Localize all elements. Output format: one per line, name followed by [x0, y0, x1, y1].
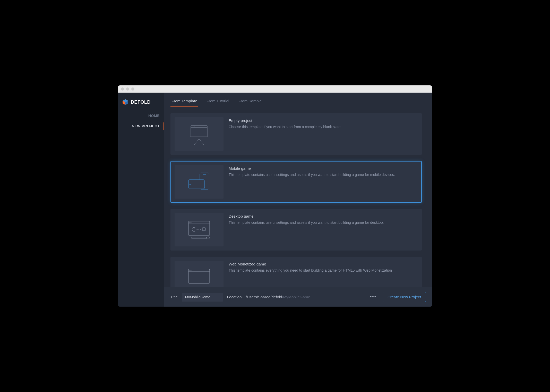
template-desc: This template contains useful settings a… — [229, 220, 384, 225]
project-title-input[interactable] — [182, 293, 223, 301]
tab-from-tutorial[interactable]: From Tutorial — [205, 93, 230, 107]
svg-rect-28 — [188, 269, 210, 283]
tab-label: From Template — [171, 99, 197, 103]
template-text: Empty project Choose this template if yo… — [229, 117, 341, 151]
location-path: /Users/Shared/defold/MyMobileGame — [246, 295, 310, 299]
svg-point-7 — [194, 126, 194, 127]
template-text: Desktop game This template contains usef… — [229, 213, 384, 246]
sidebar-item-label: HOME — [148, 114, 160, 118]
template-text: Web Monetized game This template contain… — [229, 261, 392, 287]
template-title: Empty project — [229, 118, 341, 123]
svg-line-11 — [199, 139, 204, 145]
tab-label: From Tutorial — [207, 99, 229, 103]
easel-icon — [186, 122, 212, 146]
template-thumb — [175, 261, 224, 287]
create-new-project-button[interactable]: Create New Project — [383, 292, 426, 302]
create-button-label: Create New Project — [388, 295, 421, 299]
sidebar-nav: HOME NEW PROJECT — [118, 111, 164, 131]
svg-point-30 — [190, 270, 190, 271]
title-label: Title — [170, 295, 178, 299]
tab-from-sample[interactable]: From Sample — [237, 93, 263, 107]
location-suffix: /MyMobileGame — [282, 295, 310, 299]
template-desc: Choose this template if you want to star… — [229, 124, 341, 130]
template-card-desktop[interactable]: Desktop game This template contains usef… — [170, 209, 422, 251]
location-browse-button[interactable]: ••• — [368, 293, 379, 301]
svg-rect-19 — [188, 221, 210, 236]
svg-point-6 — [193, 126, 193, 127]
tab-from-template[interactable]: From Template — [170, 93, 198, 107]
tabs: From Template From Tutorial From Sample — [164, 93, 432, 107]
template-desc: This template contains useful settings a… — [229, 172, 395, 177]
mobile-devices-icon — [185, 170, 213, 193]
svg-point-31 — [191, 270, 191, 271]
brand-logo: DEFOLD — [118, 93, 164, 111]
template-title: Web Monetized game — [229, 262, 392, 266]
main-area: DEFOLD HOME NEW PROJECT From Template Fr… — [118, 93, 432, 307]
desktop-icon — [185, 218, 213, 241]
location-label: Location — [227, 295, 242, 299]
svg-point-23 — [192, 222, 192, 223]
svg-point-22 — [191, 222, 191, 223]
svg-point-21 — [190, 222, 190, 223]
web-icon — [185, 266, 213, 287]
sidebar: DEFOLD HOME NEW PROJECT — [118, 93, 164, 307]
template-thumb — [175, 165, 224, 199]
location-base: /Users/Shared/defold — [246, 295, 282, 299]
tab-label: From Sample — [238, 99, 262, 103]
svg-rect-27 — [192, 237, 207, 239]
footer-bar: Title Location /Users/Shared/defold/MyMo… — [164, 287, 432, 307]
svg-rect-3 — [191, 126, 207, 137]
svg-point-32 — [192, 270, 192, 271]
svg-rect-16 — [188, 180, 204, 189]
template-list[interactable]: Empty project Choose this template if yo… — [164, 107, 432, 287]
template-card-web-monetized[interactable]: Web Monetized game This template contain… — [170, 257, 422, 287]
brand-name: DEFOLD — [131, 100, 151, 105]
template-desc: This template contains everything you ne… — [229, 268, 392, 273]
sidebar-item-label: NEW PROJECT — [132, 124, 160, 128]
sidebar-item-new-project[interactable]: NEW PROJECT — [118, 121, 164, 131]
svg-point-5 — [192, 126, 192, 127]
svg-point-25 — [199, 229, 199, 230]
template-thumb — [175, 213, 224, 246]
template-text: Mobile game This template contains usefu… — [229, 165, 395, 199]
traffic-light-minimize[interactable] — [126, 87, 129, 91]
svg-point-24 — [197, 229, 197, 230]
defold-logo-icon — [122, 99, 129, 105]
template-card-mobile[interactable]: Mobile game This template contains usefu… — [170, 161, 422, 203]
template-card-empty[interactable]: Empty project Choose this template if yo… — [170, 113, 422, 155]
app-window: DEFOLD HOME NEW PROJECT From Template Fr… — [118, 85, 432, 307]
traffic-light-close[interactable] — [121, 87, 124, 91]
window-titlebar — [118, 85, 432, 93]
template-title: Desktop game — [229, 214, 384, 218]
template-title: Mobile game — [229, 166, 395, 171]
content-area: From Template From Tutorial From Sample — [164, 93, 432, 307]
sidebar-item-home[interactable]: HOME — [118, 111, 164, 121]
template-thumb — [175, 117, 224, 151]
svg-point-26 — [200, 229, 201, 230]
traffic-light-zoom[interactable] — [131, 87, 134, 91]
svg-line-10 — [194, 139, 199, 145]
